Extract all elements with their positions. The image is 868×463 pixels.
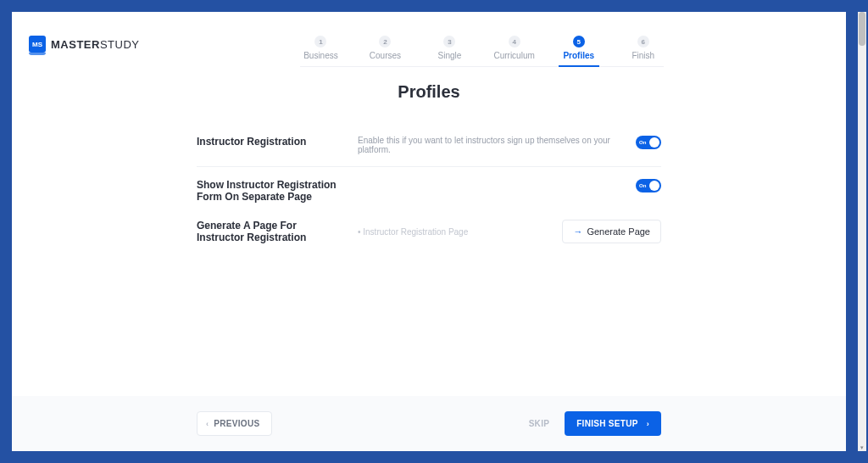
- setting-description: Enable this if you want to let instructo…: [358, 136, 619, 154]
- chevron-right-icon: ›: [647, 420, 649, 428]
- toggle-knob: [649, 137, 659, 148]
- toggle-state-label: On: [639, 140, 646, 145]
- setting-separate-page: Show Instructor Registration Form On Sep…: [197, 167, 661, 215]
- logo-text-bold: MASTER: [51, 38, 100, 51]
- step-label: Curriculum: [493, 51, 534, 60]
- toggle-separate-page[interactable]: On: [636, 179, 661, 192]
- finish-setup-button-label: FINISH SETUP: [576, 419, 638, 428]
- scrollbar-thumb[interactable]: [859, 12, 865, 46]
- step-number: 3: [443, 36, 455, 47]
- step-profiles[interactable]: 5 Profiles: [559, 36, 599, 67]
- setting-label: Show Instructor Registration Form On Sep…: [197, 179, 341, 203]
- settings-list: Instructor Registration Enable this if y…: [197, 124, 661, 255]
- step-label: Finish: [632, 51, 654, 60]
- skip-link[interactable]: SKIP: [529, 419, 550, 428]
- wizard-footer: ‹ PREVIOUS SKIP FINISH SETUP ›: [12, 396, 846, 451]
- finish-setup-button[interactable]: FINISH SETUP ›: [565, 411, 661, 436]
- previous-button-label: PREVIOUS: [214, 419, 259, 428]
- step-label: Courses: [370, 51, 401, 60]
- logo-text: MASTERSTUDY: [51, 38, 139, 51]
- step-number: 6: [637, 36, 649, 47]
- step-number: 1: [314, 36, 326, 47]
- toggle-knob: [649, 181, 659, 191]
- toggle-instructor-registration[interactable]: On: [636, 136, 661, 149]
- step-number: 2: [379, 36, 391, 47]
- step-label: Single: [438, 51, 462, 60]
- generate-page-button[interactable]: → Generate Page: [562, 220, 661, 243]
- toggle-state-label: On: [639, 183, 646, 188]
- wizard-stepper: 1 Business 2 Courses 3 Single 4 Curricul…: [300, 36, 663, 67]
- setting-label: Generate A Page For Instructor Registrat…: [197, 220, 341, 243]
- scrollbar[interactable]: ▴ ▾: [858, 12, 866, 451]
- step-courses[interactable]: 2 Courses: [364, 36, 405, 66]
- logo-text-light: STUDY: [100, 38, 140, 51]
- step-number: 5: [573, 36, 585, 47]
- chevron-left-icon: ‹: [206, 420, 209, 428]
- setting-generate-page: Generate A Page For Instructor Registrat…: [197, 215, 661, 255]
- step-business[interactable]: 1 Business: [300, 36, 341, 66]
- step-label: Profiles: [563, 51, 594, 60]
- step-single[interactable]: 3 Single: [429, 36, 470, 66]
- setting-label: Instructor Registration: [197, 136, 341, 148]
- setting-instructor-registration: Instructor Registration Enable this if y…: [197, 124, 661, 167]
- page-title: Profiles: [398, 82, 459, 102]
- scrollbar-down-icon[interactable]: ▾: [859, 443, 865, 452]
- step-number: 4: [509, 36, 520, 47]
- step-label: Business: [303, 51, 338, 60]
- step-curriculum[interactable]: 4 Curriculum: [493, 36, 534, 66]
- step-finish[interactable]: 6 Finish: [623, 36, 664, 66]
- previous-button[interactable]: ‹ PREVIOUS: [197, 411, 272, 436]
- logo: MS MASTERSTUDY: [29, 36, 139, 53]
- arrow-right-icon: →: [573, 226, 582, 237]
- setting-subtext: Instructor Registration Page: [358, 227, 545, 237]
- generate-page-button-label: Generate Page: [587, 226, 650, 237]
- logo-icon: MS: [29, 36, 46, 53]
